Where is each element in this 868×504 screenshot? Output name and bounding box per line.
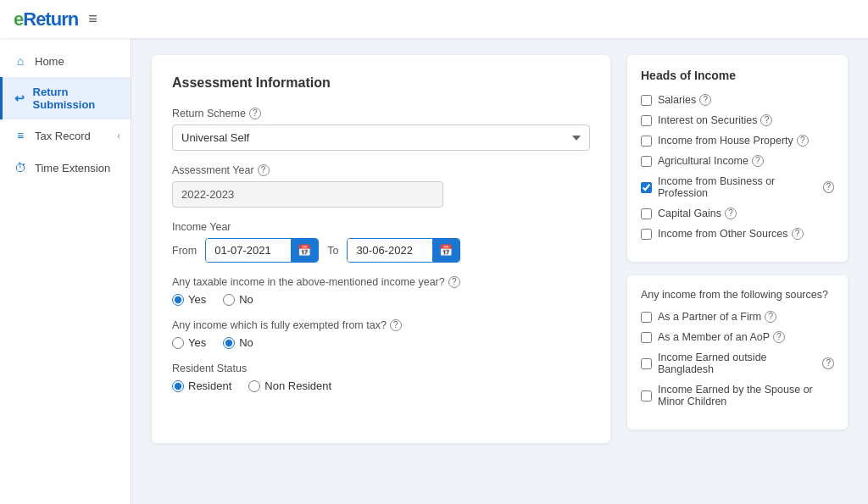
resident-status-label: Resident Status (172, 363, 590, 374)
sidebar-item-home[interactable]: ⌂ Home (0, 45, 131, 77)
partner-firm-label: As a Partner of a Firm (658, 311, 761, 323)
capital-gains-help[interactable]: ? (725, 208, 737, 219)
other-sources-item: Income from Other Sources ? (641, 228, 834, 240)
business-profession-help[interactable]: ? (823, 181, 834, 193)
outside-bangladesh-label: Income Earned outside Bangladesh (658, 352, 819, 375)
layout: ⌂ Home ↩ Return Submission ≡ Tax Record … (0, 38, 868, 504)
exempt-income-yes-label[interactable]: Yes (172, 336, 206, 349)
agricultural-checkbox[interactable] (641, 156, 652, 167)
salaries-checkbox[interactable] (641, 95, 652, 106)
taxable-income-radios: Yes No (172, 293, 590, 306)
sidebar-item-tax-record-label: Tax Record (35, 130, 91, 142)
assessment-year-label: Assessment Year ? (172, 164, 590, 176)
partner-firm-checkbox[interactable] (641, 312, 652, 323)
hamburger-menu[interactable]: ≡ (88, 10, 97, 28)
return-submission-icon: ↩ (13, 91, 26, 106)
following-sources-box: Any income from the following sources? A… (627, 275, 848, 429)
other-sources-label: Income from Other Sources (658, 228, 788, 240)
non-resident-label[interactable]: Non Resident (248, 379, 331, 392)
exempt-income-help[interactable]: ? (390, 319, 402, 331)
return-scheme-help[interactable]: ? (249, 108, 261, 119)
interest-securities-label: Interest on Securities (658, 114, 757, 126)
capital-gains-item: Capital Gains ? (641, 208, 834, 219)
business-profession-checkbox[interactable] (641, 182, 652, 193)
house-property-checkbox[interactable] (641, 136, 652, 147)
return-scheme-select[interactable]: Universal Self Normal (172, 125, 590, 151)
member-aop-help[interactable]: ? (773, 331, 785, 343)
spouse-minor-checkbox[interactable] (641, 390, 652, 402)
from-date-wrap: 📅 (205, 238, 319, 263)
from-date-picker-button[interactable]: 📅 (291, 239, 318, 262)
salaries-help[interactable]: ? (699, 94, 711, 106)
interest-securities-help[interactable]: ? (760, 114, 772, 126)
agricultural-help[interactable]: ? (752, 155, 764, 167)
taxable-income-yes-label[interactable]: Yes (172, 293, 206, 306)
return-scheme-group: Return Scheme ? Universal Self Normal (172, 108, 590, 151)
exempt-income-yes-radio[interactable] (172, 337, 184, 349)
interest-securities-checkbox[interactable] (641, 115, 652, 126)
salaries-label: Salaries (658, 94, 696, 106)
assessment-year-help[interactable]: ? (258, 164, 270, 176)
exempt-income-group: Any income which is fully exempted from … (172, 319, 590, 349)
partner-firm-help[interactable]: ? (765, 311, 776, 323)
calendar-icon-to: 📅 (439, 244, 453, 257)
resident-text: Resident (188, 379, 231, 392)
to-date-wrap: 📅 (347, 238, 460, 263)
outside-bangladesh-checkbox[interactable] (641, 358, 652, 369)
income-year-label: Income Year (172, 221, 590, 233)
time-extension-icon: ⏱ (13, 160, 28, 175)
business-profession-item: Income from Business or Profession ? (641, 175, 834, 199)
to-date-input[interactable] (348, 239, 432, 262)
outside-bangladesh-help[interactable]: ? (822, 357, 834, 369)
to-date-picker-button[interactable]: 📅 (432, 239, 459, 262)
exempt-income-no-label[interactable]: No (223, 336, 253, 349)
to-label: To (327, 245, 338, 257)
other-sources-help[interactable]: ? (792, 228, 804, 240)
taxable-income-help[interactable]: ? (448, 276, 460, 288)
exempt-income-label: Any income which is fully exempted from … (172, 319, 590, 331)
partner-firm-item: As a Partner of a Firm ? (641, 311, 834, 323)
exempt-income-no-radio[interactable] (223, 337, 235, 349)
exempt-income-radios: Yes No (172, 336, 590, 349)
sidebar-item-home-label: Home (35, 55, 64, 68)
resident-status-radios: Resident Non Resident (172, 379, 590, 392)
house-property-help[interactable]: ? (797, 135, 809, 147)
return-scheme-label: Return Scheme ? (172, 108, 590, 119)
from-date-input[interactable] (206, 239, 291, 262)
capital-gains-checkbox[interactable] (641, 208, 652, 219)
taxable-income-no-label[interactable]: No (223, 293, 253, 306)
main-content: Assessment Information Return Scheme ? U… (131, 38, 868, 504)
other-sources-checkbox[interactable] (641, 229, 652, 240)
resident-status-group: Resident Status Resident Non Resident (172, 363, 590, 392)
calendar-icon-from: 📅 (298, 244, 311, 257)
non-resident-radio[interactable] (248, 380, 260, 392)
member-aop-checkbox[interactable] (641, 332, 652, 343)
taxable-income-label: Any taxable income in the above-mentione… (172, 276, 590, 288)
taxable-income-no-radio[interactable] (223, 294, 235, 306)
exempt-income-no-text: No (239, 336, 253, 349)
income-year-group: Income Year From 📅 To (172, 221, 590, 263)
house-property-item: Income from House Property ? (641, 135, 834, 147)
taxable-income-group: Any taxable income in the above-mentione… (172, 276, 590, 306)
member-aop-item: As a Member of an AoP ? (641, 331, 834, 343)
income-year-row: From 📅 To 📅 (172, 238, 590, 263)
business-profession-label: Income from Business or Profession (658, 175, 820, 199)
sidebar-item-return-submission[interactable]: ↩ Return Submission (0, 77, 131, 119)
agricultural-label: Agricultural Income (658, 155, 748, 167)
exempt-income-yes-text: Yes (188, 336, 206, 349)
sidebar-item-tax-record[interactable]: ≡ Tax Record ‹ (0, 119, 131, 152)
resident-radio[interactable] (172, 380, 184, 392)
sidebar-item-return-submission-label: Return Submission (33, 86, 120, 111)
taxable-income-yes-radio[interactable] (172, 294, 184, 306)
tax-record-chevron: ‹ (117, 130, 120, 141)
taxable-income-yes-text: Yes (188, 293, 206, 306)
sidebar-item-time-extension[interactable]: ⏱ Time Extension (0, 152, 131, 184)
app-logo: eReturn (14, 8, 78, 30)
logo-suffix: Return (23, 8, 78, 30)
resident-label[interactable]: Resident (172, 379, 231, 392)
salaries-item: Salaries ? (641, 94, 834, 106)
assessment-year-input (172, 181, 443, 208)
sidebar-item-time-extension-label: Time Extension (35, 162, 110, 174)
spouse-minor-item: Income Earned by the Spouse or Minor Chi… (641, 384, 834, 407)
heads-of-income-title: Heads of Income (641, 69, 834, 82)
